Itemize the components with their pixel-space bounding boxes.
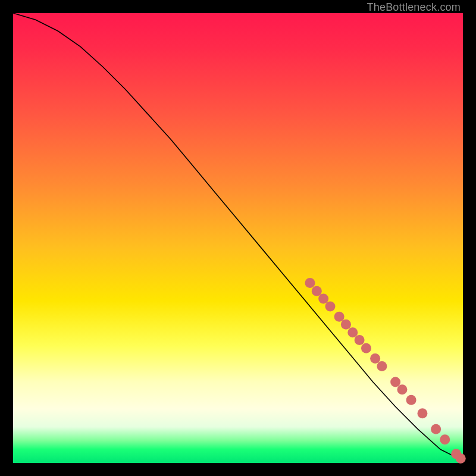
data-point: [318, 294, 328, 304]
data-point: [456, 453, 466, 464]
scatter-points: [305, 278, 465, 464]
data-point: [440, 434, 450, 444]
data-point: [417, 408, 427, 418]
bottleneck-curve: [13, 13, 463, 461]
data-point: [397, 384, 407, 394]
data-point: [406, 395, 416, 405]
data-point: [325, 301, 335, 311]
data-point: [390, 377, 400, 387]
data-point: [312, 286, 322, 296]
data-point: [355, 335, 365, 345]
chart-overlay: [13, 13, 463, 463]
chart-container: TheBottleneck.com: [0, 0, 476, 476]
data-point: [377, 361, 387, 371]
data-point: [361, 343, 371, 353]
data-point: [347, 327, 358, 337]
data-point: [431, 424, 441, 434]
data-point: [334, 312, 345, 322]
data-point: [305, 278, 315, 288]
attribution-label: TheBottleneck.com: [367, 1, 461, 14]
data-point: [370, 353, 380, 364]
data-point: [341, 320, 351, 330]
